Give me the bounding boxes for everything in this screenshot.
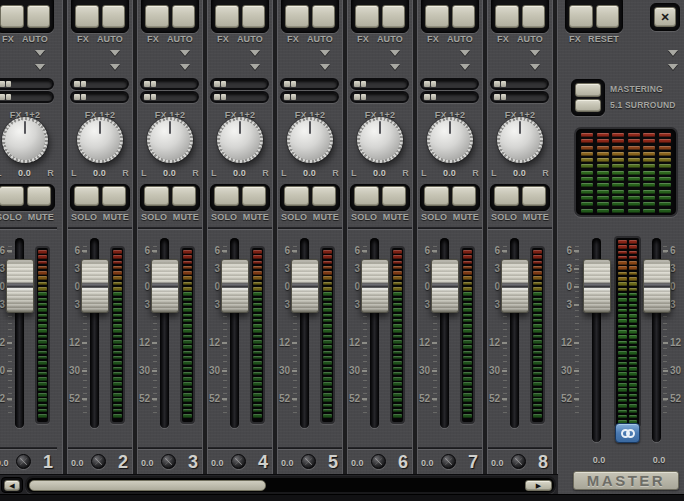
chevron-down-icon[interactable] [320,50,330,56]
chevron-down-icon[interactable] [110,64,120,70]
mastering-button[interactable] [575,83,601,97]
pan-knob[interactable] [497,117,543,163]
pan-knob[interactable] [427,117,473,163]
mute-button[interactable] [102,186,127,206]
fx-send-slider-2[interactable] [420,91,479,103]
gain-knob[interactable] [91,454,106,469]
fx-send-handle-1[interactable] [214,81,226,87]
fx-send-handle-2[interactable] [0,94,11,100]
chevron-down-icon[interactable] [180,64,190,70]
fx-button[interactable] [495,5,519,28]
fx-send-slider-2[interactable] [350,91,409,103]
mute-button[interactable] [242,186,267,206]
fx-send-handle-2[interactable] [214,94,226,100]
solo-button[interactable] [214,186,239,206]
scrollbar-thumb[interactable] [29,480,266,491]
fx-send-slider-1[interactable] [210,78,269,90]
fx-send-slider-1[interactable] [70,78,129,90]
fx-send-handle-2[interactable] [284,94,296,100]
fx-send-handle-1[interactable] [144,81,156,87]
fx-send-slider-2[interactable] [280,91,339,103]
mute-button[interactable] [452,186,477,206]
surround-button[interactable] [575,99,601,113]
gain-knob[interactable] [301,454,316,469]
gain-knob[interactable] [441,454,456,469]
master-fader-left-handle[interactable] [583,259,611,313]
chevron-down-icon[interactable] [390,64,400,70]
fx-send-slider-1[interactable] [420,78,479,90]
fx-button[interactable] [355,5,379,28]
chevron-down-icon[interactable] [250,64,260,70]
fx-button[interactable] [75,5,99,28]
fx-send-handle-1[interactable] [494,81,506,87]
pan-knob[interactable] [147,117,193,163]
volume-fader-handle[interactable] [501,259,529,313]
fx-send-slider-1[interactable] [140,78,199,90]
auto-button[interactable] [172,5,196,28]
mute-button[interactable] [522,186,547,206]
fx-send-handle-2[interactable] [424,94,436,100]
fx-send-slider-1[interactable] [280,78,339,90]
volume-fader-handle[interactable] [361,259,389,313]
reset-button[interactable] [596,5,620,28]
volume-fader-handle[interactable] [221,259,249,313]
chevron-down-icon[interactable] [110,50,120,56]
pan-knob[interactable] [287,117,333,163]
fx-send-slider-2[interactable] [140,91,199,103]
pan-knob[interactable] [77,117,123,163]
fx-button[interactable] [569,5,593,28]
master-fader-right-handle[interactable] [643,259,671,313]
fx-button[interactable] [285,5,309,28]
fx-button[interactable] [145,5,169,28]
fx-send-handle-2[interactable] [144,94,156,100]
mute-button[interactable] [172,186,197,206]
link-icon[interactable] [615,423,640,443]
fx-button[interactable] [215,5,239,28]
fx-send-handle-2[interactable] [494,94,506,100]
auto-button[interactable] [102,5,126,28]
chevron-down-icon[interactable] [180,50,190,56]
auto-button[interactable] [27,5,51,28]
chevron-down-icon[interactable] [460,50,470,56]
gain-knob[interactable] [231,454,246,469]
auto-button[interactable] [312,5,336,28]
auto-button[interactable] [382,5,406,28]
fx-send-slider-2[interactable] [210,91,269,103]
chevron-down-icon[interactable] [390,50,400,56]
fx-send-handle-1[interactable] [354,81,366,87]
fx-send-slider-2[interactable] [490,91,549,103]
chevron-down-icon[interactable] [530,50,540,56]
scrollbar-track[interactable]: ▶ [25,476,556,494]
mute-button[interactable] [382,186,407,206]
volume-fader-handle[interactable] [291,259,319,313]
chevron-down-icon[interactable] [460,64,470,70]
chevron-down-icon[interactable] [35,64,45,70]
fx-send-slider-1[interactable] [350,78,409,90]
volume-fader-handle[interactable] [81,259,109,313]
fx-send-slider-2[interactable] [70,91,129,103]
scroll-left-icon[interactable]: ◀ [4,480,20,491]
fx-send-handle-2[interactable] [74,94,86,100]
volume-fader-handle[interactable] [431,259,459,313]
solo-button[interactable] [0,186,24,206]
solo-button[interactable] [494,186,519,206]
chevron-down-icon[interactable] [530,64,540,70]
fx-send-handle-1[interactable] [0,81,11,87]
solo-button[interactable] [144,186,169,206]
close-icon[interactable]: ✕ [654,7,676,27]
fx-send-slider-2[interactable] [0,91,54,103]
chevron-down-icon[interactable] [35,50,45,56]
fx-button[interactable] [425,5,449,28]
chevron-down-icon[interactable] [668,64,678,70]
gain-knob[interactable] [511,454,526,469]
fx-send-slider-1[interactable] [490,78,549,90]
pan-knob[interactable] [2,117,48,163]
auto-button[interactable] [522,5,546,28]
fx-send-handle-1[interactable] [74,81,86,87]
mute-button[interactable] [27,186,52,206]
pan-knob[interactable] [217,117,263,163]
auto-button[interactable] [242,5,266,28]
chevron-down-icon[interactable] [250,50,260,56]
fx-send-handle-2[interactable] [354,94,366,100]
fx-send-slider-1[interactable] [0,78,54,90]
